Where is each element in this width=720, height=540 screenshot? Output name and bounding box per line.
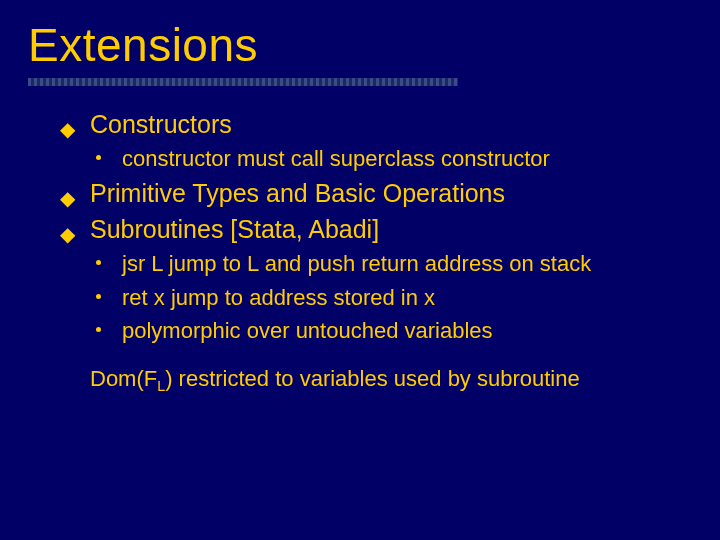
bullet-constructors: ◆ Constructors — [60, 108, 684, 142]
bullet-text: Constructors — [90, 110, 232, 138]
sub-bullet-constructor-superclass: constructor must call superclass constru… — [60, 144, 684, 174]
bullet-text: Subroutines [Stata, Abadi] — [90, 215, 379, 243]
bullet-text: constructor must call superclass constru… — [122, 146, 550, 171]
bullet-text: polymorphic over untouched variables — [122, 318, 493, 343]
dot-icon — [96, 294, 101, 299]
footnote-prefix: Dom(F — [90, 366, 157, 391]
dot-icon — [96, 260, 101, 265]
dot-icon — [96, 155, 101, 160]
slide: Extensions ◆ Constructors constructor mu… — [0, 0, 720, 397]
sub-bullet-polymorphic: polymorphic over untouched variables — [60, 316, 684, 346]
footnote-sub: L — [157, 378, 165, 394]
diamond-icon: ◆ — [60, 116, 75, 143]
bullet-text: jsr L jump to L and push return address … — [122, 251, 591, 276]
bullet-text: Primitive Types and Basic Operations — [90, 179, 505, 207]
diamond-icon: ◆ — [60, 185, 75, 212]
sub-bullet-jsr: jsr L jump to L and push return address … — [60, 249, 684, 279]
diamond-icon: ◆ — [60, 221, 75, 248]
bullet-text: ret x jump to address stored in x — [122, 285, 435, 310]
bullet-primitive-types: ◆ Primitive Types and Basic Operations — [60, 177, 684, 211]
sub-bullet-ret: ret x jump to address stored in x — [60, 283, 684, 313]
title-divider — [28, 78, 458, 86]
slide-title: Extensions — [28, 18, 692, 72]
bullet-subroutines: ◆ Subroutines [Stata, Abadi] — [60, 213, 684, 247]
slide-content: ◆ Constructors constructor must call sup… — [28, 86, 692, 397]
dot-icon — [96, 327, 101, 332]
footnote: Dom(FL) restricted to variables used by … — [60, 364, 684, 397]
footnote-suffix: ) restricted to variables used by subrou… — [165, 366, 580, 391]
